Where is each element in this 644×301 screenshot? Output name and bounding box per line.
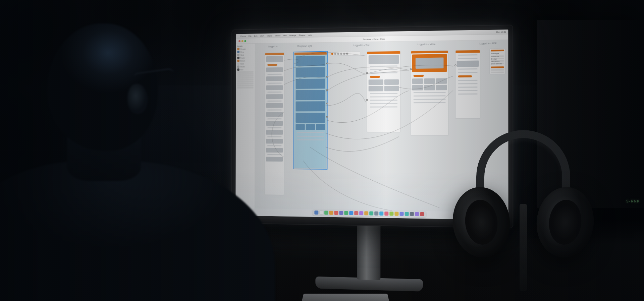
asset-label: Card [240, 54, 244, 56]
dock-app-icon[interactable] [399, 212, 404, 216]
minimize-window-icon[interactable] [241, 40, 244, 42]
swatch-icon [237, 57, 239, 59]
macos-dock[interactable] [312, 209, 426, 217]
asset-label: Header [240, 48, 246, 50]
asset-row[interactable]: Hero [237, 51, 254, 53]
menubar-item[interactable]: Edit [254, 35, 257, 37]
dock-app-icon[interactable] [410, 212, 414, 216]
dock-app-icon[interactable] [339, 211, 343, 215]
image-placeholder [266, 94, 283, 99]
dock-app-icon[interactable] [359, 211, 363, 215]
tool-icon[interactable] [346, 53, 348, 55]
asset-row[interactable]: Button [237, 59, 254, 62]
dock-app-icon[interactable] [329, 211, 333, 215]
menubar-item[interactable]: File [249, 35, 252, 37]
text-placeholder [370, 69, 397, 70]
artboard-dropdown-style[interactable] [294, 52, 327, 169]
image-placeholder [306, 124, 315, 130]
menubar-item[interactable]: Plugins [299, 34, 305, 36]
cta-button[interactable] [267, 64, 277, 66]
asset-row[interactable]: Input [237, 62, 254, 65]
dock-app-icon[interactable] [319, 210, 323, 215]
image-placeholder [457, 61, 479, 67]
tool-icon[interactable] [343, 53, 345, 55]
window-traffic-lights[interactable] [238, 40, 246, 42]
tool-icon[interactable] [334, 53, 336, 55]
dock-app-icon[interactable] [420, 212, 424, 216]
menubar-item[interactable]: Arrange [289, 34, 296, 36]
tool-icon[interactable] [331, 53, 333, 55]
dock-app-icon[interactable] [314, 210, 318, 215]
dock-app-icon[interactable] [364, 211, 368, 215]
artboard-label: Dropdown style [298, 44, 354, 47]
artboard-logged-in[interactable] [265, 52, 284, 195]
dock-app-icon[interactable] [349, 211, 353, 215]
asset-row[interactable]: Card [237, 54, 254, 56]
flow-node-icon[interactable] [326, 63, 328, 64]
dock-app-icon[interactable] [379, 212, 383, 216]
menubar-item[interactable]: Help [308, 34, 312, 36]
image-placeholder [296, 124, 305, 130]
tool-icon[interactable] [337, 53, 339, 55]
flow-node-icon[interactable] [326, 116, 328, 118]
fullscreen-window-icon[interactable] [244, 40, 246, 42]
flow-node-icon[interactable] [410, 68, 412, 70]
dock-app-icon[interactable] [334, 211, 338, 215]
cta-button[interactable] [414, 75, 424, 77]
artboard-text[interactable] [367, 51, 401, 132]
toolbar-strip[interactable] [330, 51, 360, 56]
close-window-icon[interactable] [238, 40, 240, 42]
asset-row[interactable]: Nav [237, 68, 254, 71]
menubar-app-name[interactable]: Figma [240, 35, 246, 37]
panel-row[interactable]: Navigate to [491, 60, 504, 62]
dock-app-icon[interactable] [384, 212, 388, 216]
panel-row[interactable]: Interaction [491, 55, 504, 57]
dock-app-icon[interactable] [415, 212, 419, 216]
image-placeholder [266, 130, 283, 135]
flow-node-icon[interactable] [326, 76, 328, 77]
panel-row [237, 81, 254, 82]
artboard-pdf[interactable] [455, 50, 480, 119]
flow-node-icon[interactable] [366, 99, 368, 101]
flow-node-icon[interactable] [454, 64, 456, 66]
menubar-item[interactable]: View [260, 35, 264, 37]
image-placeholder [266, 103, 283, 108]
prototype-canvas[interactable]: Logged in Dropdown style Logged in – Tex… [255, 40, 508, 213]
image-placeholder [436, 78, 447, 84]
swatch-icon [237, 65, 239, 68]
menubar-item[interactable]: Text [283, 34, 287, 36]
hero-image [369, 55, 399, 64]
layers-panel[interactable]: Assets Header Hero Card Footer Button In… [235, 44, 255, 208]
dock-app-icon[interactable] [405, 212, 409, 216]
flow-node-icon[interactable] [366, 72, 368, 74]
dock-app-icon[interactable] [324, 210, 328, 215]
prototype-panel[interactable]: Prototype Interaction On click Navigate … [489, 48, 505, 74]
dock-app-icon[interactable] [369, 211, 373, 215]
panel-row[interactable]: Smart animate [491, 63, 504, 64]
dock-app-icon[interactable] [389, 212, 393, 216]
flow-node-icon[interactable] [326, 103, 328, 104]
menubar-item[interactable]: Vector [275, 35, 280, 37]
artboard-video[interactable] [411, 50, 448, 136]
dock-app-icon[interactable] [374, 212, 378, 216]
asset-row[interactable]: Footer [237, 56, 254, 59]
image-placeholder [266, 56, 283, 62]
text-placeholder [414, 95, 446, 97]
asset-label: Modal [240, 66, 245, 68]
asset-row[interactable]: Modal [237, 65, 254, 68]
dock-app-icon[interactable] [394, 212, 398, 216]
tool-icon[interactable] [340, 53, 342, 55]
dock-app-icon[interactable] [344, 211, 348, 215]
text-placeholder [458, 94, 478, 95]
text-placeholder [458, 72, 478, 73]
dock-app-icon[interactable] [354, 211, 358, 215]
image-placeholder [369, 79, 383, 85]
cta-button[interactable] [458, 75, 472, 77]
text-placeholder [267, 118, 282, 119]
flow-node-icon[interactable] [326, 89, 328, 91]
panel-row[interactable]: On click [491, 58, 504, 59]
cta-button[interactable] [370, 76, 380, 78]
asset-row[interactable]: Header [237, 48, 254, 50]
menubar-item[interactable]: Object [267, 35, 272, 37]
monitor: Figma File Edit View Object Vector Text … [231, 24, 513, 228]
